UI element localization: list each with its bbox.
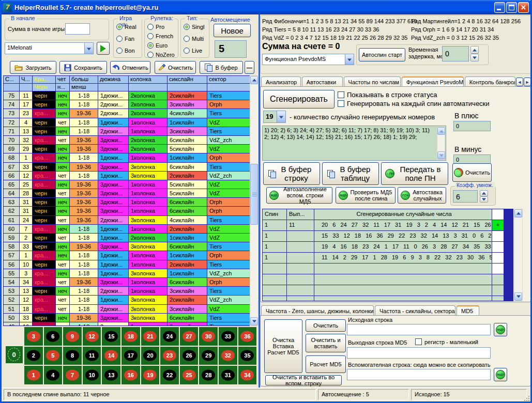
collapse-button[interactable]: —	[245, 61, 254, 74]
md5-clear-button[interactable]: Очистить	[306, 319, 346, 332]
buffer-string-button[interactable]: В буфер строку	[263, 162, 320, 185]
md5-source-run-button[interactable]: МД5	[494, 323, 507, 336]
history-col-header[interactable]	[98, 84, 128, 91]
combo-arrow-button[interactable]	[345, 54, 354, 65]
show-status-checkbox[interactable]	[338, 91, 344, 98]
history-table[interactable]: 7511черннеч1-181дюжи...2колонка2сиклайнT…	[3, 91, 255, 326]
board-cell-20[interactable]: 20	[141, 347, 160, 365]
generate-button[interactable]: Сгенерировать	[263, 90, 335, 109]
board-cell-19[interactable]: 19	[141, 366, 160, 384]
spins-scrollbar[interactable]	[514, 209, 523, 301]
textarea-scrollbar[interactable]	[437, 127, 445, 160]
radio-option-multi[interactable]: Multi	[184, 36, 204, 42]
spin-down-button[interactable]	[470, 54, 479, 61]
board-cell-24[interactable]: 24	[160, 327, 179, 346]
history-col-header[interactable]: дюжина	[98, 76, 128, 83]
clear-button[interactable]: Очистить	[155, 61, 196, 74]
tab-контроль-банкрол[interactable]: Контроль банкрол	[465, 76, 515, 87]
auto-generate-checkbox[interactable]	[338, 100, 344, 107]
radio-icon[interactable]	[147, 24, 154, 30]
radio-icon[interactable]	[116, 48, 123, 54]
autospin-start-button[interactable]: Автоспин старт	[359, 48, 405, 61]
scroll-up-button[interactable]	[437, 127, 445, 135]
history-col-header[interactable]	[168, 84, 207, 91]
board-cell-14[interactable]: 14	[102, 347, 120, 365]
history-col-header[interactable]: больш	[70, 76, 98, 83]
radio-option-live[interactable]: Live	[184, 48, 202, 54]
scroll-down-button[interactable]	[250, 317, 258, 326]
spins-col-header[interactable]: Сгенерированные случайные числа	[314, 209, 492, 220]
radio-option-real[interactable]: Real	[116, 24, 136, 30]
board-cell-15[interactable]: 15	[102, 327, 120, 346]
delay-spinner[interactable]	[470, 46, 479, 61]
send-to-pn-button[interactable]: →ПН Передать в поле ПН	[381, 162, 448, 185]
lowercase-checkbox[interactable]	[415, 338, 422, 345]
history-col-header[interactable]: менш	[70, 84, 98, 91]
lowercase-option[interactable]: регистр - маленький	[415, 338, 478, 345]
combo-arrow-button[interactable]	[277, 111, 285, 122]
board-cell-32[interactable]: 32	[219, 347, 237, 365]
spin-up-button[interactable]	[470, 46, 479, 54]
history-col-header[interactable]: Ч...	[20, 76, 32, 83]
board-cell-27[interactable]: 27	[180, 327, 199, 346]
radio-option-fan[interactable]: Fan	[116, 36, 134, 42]
board-cell-30[interactable]: 30	[199, 327, 218, 346]
md5-paste-aux-button[interactable]: Очистить и вставить во вспом. строку	[265, 375, 342, 385]
board-cell-18[interactable]: 18	[121, 327, 140, 346]
start-sum-input[interactable]	[65, 23, 90, 35]
board-cell-28[interactable]: 28	[199, 366, 218, 384]
md5-clear-paste-button[interactable]: Очистить и вставить	[306, 334, 346, 352]
board-cell-0[interactable]: 0	[6, 346, 23, 363]
radio-option-nozero[interactable]: NoZero	[147, 52, 175, 58]
scroll-thumb[interactable]	[250, 164, 258, 225]
history-col-header[interactable]	[129, 84, 167, 91]
history-col-header[interactable]: чет	[56, 76, 69, 83]
board-cell-11[interactable]: 11	[83, 347, 101, 365]
history-col-header[interactable]	[207, 84, 254, 91]
run-preset-button[interactable]	[97, 42, 110, 55]
board-cell-16[interactable]: 16	[121, 366, 140, 384]
preset-combo[interactable]: 1Melonati	[5, 42, 94, 54]
board-cell-31[interactable]: 31	[219, 366, 237, 384]
tab-частоты-по-числам[interactable]: Частоты по числам	[344, 76, 401, 87]
generated-numbers-textarea[interactable]: 1) 20; 2) 6; 3) 24; 4) 27; 5) 32; 6) 11;…	[262, 126, 446, 161]
coef-spinner[interactable]	[480, 190, 488, 203]
board-cell-13[interactable]: 13	[102, 366, 120, 384]
board-cell-1[interactable]: 1	[24, 366, 43, 384]
tab-функционал-psevdoms[interactable]: Функционал PsevdoMS	[402, 76, 464, 87]
radio-icon[interactable]	[184, 48, 190, 54]
combo-arrow-button[interactable]	[84, 43, 93, 54]
board-cell-17[interactable]: 17	[121, 347, 140, 365]
md5-aux-run-button[interactable]: МД5	[494, 368, 507, 381]
spin-up-button[interactable]	[480, 190, 488, 196]
radio-icon[interactable]	[184, 24, 190, 30]
functional-combo[interactable]: Функционал PsevdoMS	[262, 54, 354, 65]
board-cell-5[interactable]: 5	[44, 347, 63, 365]
undo-button[interactable]: Отменить	[110, 61, 150, 74]
radio-icon[interactable]	[147, 42, 154, 49]
autobet-random-button[interactable]: ГСЧ Автоставка случайных	[398, 187, 446, 204]
save-button[interactable]: Сохранить	[59, 61, 107, 74]
history-col-header[interactable]: н...	[56, 84, 69, 91]
spins-table[interactable]: СпинВып...Сгенерированные случайные числ…	[262, 209, 513, 301]
radio-icon[interactable]	[184, 36, 190, 42]
scroll-down-button[interactable]	[514, 292, 522, 301]
buffer-table-button[interactable]: В буфер таблицу	[322, 162, 379, 185]
tabs-scroll-right-button[interactable]: ►	[524, 78, 531, 86]
tab-автоставки[interactable]: Автоставки	[302, 76, 343, 87]
radio-option-bon[interactable]: Bon	[116, 48, 135, 54]
board-cell-29[interactable]: 29	[199, 347, 218, 365]
autofill-md5-button[interactable]: МД5 Автозаполнение вспом. строки МД5	[266, 187, 332, 204]
board-cell-6[interactable]: 6	[44, 327, 63, 346]
board-cell-22[interactable]: 22	[160, 366, 179, 384]
history-col-header[interactable]	[4, 84, 19, 91]
history-col-header[interactable]: С...	[4, 76, 19, 83]
minimize-button[interactable]	[494, 2, 505, 13]
radio-option-pro[interactable]: Pro	[147, 24, 164, 30]
board-cell-33[interactable]: 33	[219, 327, 237, 346]
board-cell-10[interactable]: 10	[83, 366, 101, 384]
board-cell-2[interactable]: 2	[24, 347, 43, 365]
md5-output-input[interactable]	[347, 347, 491, 359]
auto-generate-option[interactable]: Генерировать на каждый спин автоматическ…	[338, 100, 490, 107]
history-col-header[interactable]	[20, 84, 32, 91]
